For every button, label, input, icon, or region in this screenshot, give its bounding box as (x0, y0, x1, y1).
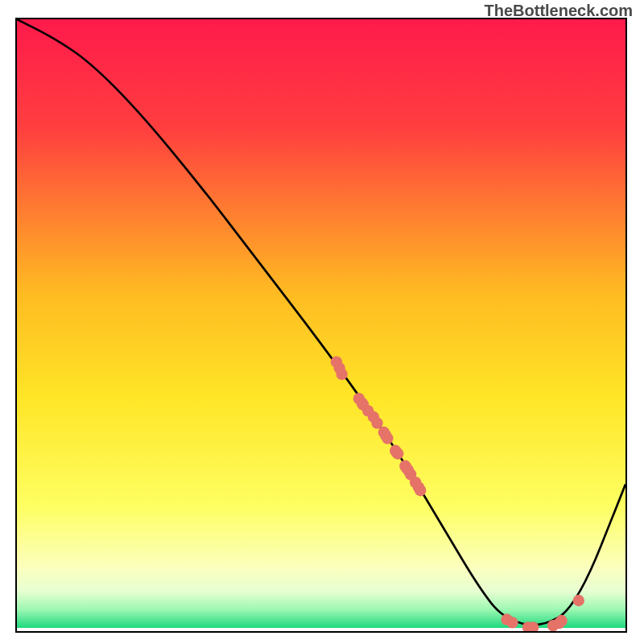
bottleneck-curve (17, 19, 625, 625)
chart-container: TheBottleneck.com (0, 0, 644, 644)
data-point (336, 369, 348, 380)
data-point (573, 595, 584, 606)
data-point (382, 432, 393, 444)
curve-layer (17, 19, 625, 631)
data-point (555, 615, 567, 626)
data-points (331, 356, 584, 631)
plot-area (15, 18, 627, 633)
data-point (415, 485, 426, 496)
data-point (392, 448, 403, 459)
data-point (506, 617, 518, 628)
